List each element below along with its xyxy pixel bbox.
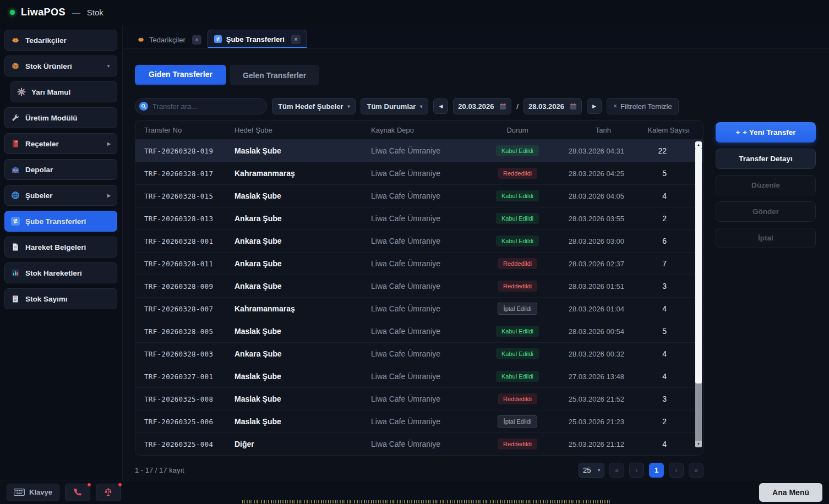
source-depot-cell: Liwa Cafe Ümraniye	[371, 146, 487, 155]
source-depot-cell: Liwa Cafe Ümraniye	[371, 349, 487, 358]
outgoing-transfers-tab[interactable]: Giden Transferler	[135, 65, 226, 85]
prev-page-button[interactable]: ‹	[629, 463, 644, 478]
status-select[interactable]: Tüm Durumlar ▾	[361, 98, 428, 114]
date-from-input[interactable]: 20.03.2026	[453, 98, 511, 114]
table-row[interactable]: TRF-20260328-015 Maslak Şube Liwa Cafe Ü…	[135, 185, 703, 207]
sidebar-item-receteler[interactable]: Reçeteler ▶	[4, 133, 117, 154]
edit-button[interactable]: Düzenle	[716, 175, 816, 195]
status-badge: İptal Edildi	[498, 415, 538, 428]
table-row[interactable]: TRF-20260325-004 Diğer Liwa Cafe Ümraniy…	[135, 433, 703, 455]
date-cell: 28.03.2026 04:25	[548, 169, 634, 178]
scroll-up-icon[interactable]: ▲	[695, 141, 702, 148]
status-cell: Kabul Edildi	[487, 190, 548, 201]
main-area: Tedarikçiler × Şube Transferleri × Giden…	[122, 25, 829, 480]
table-row[interactable]: TRF-20260328-011 Ankara Şube Liwa Cafe Ü…	[135, 253, 703, 275]
new-transfer-label: + Yeni Transfer	[743, 128, 795, 136]
search-box[interactable]	[135, 98, 267, 114]
status-cell: Reddedildi	[487, 439, 548, 450]
sidebar-item-stok-urunleri[interactable]: Stok Ürünleri ▼	[4, 56, 117, 76]
tab-label: Şube Transferleri	[226, 35, 285, 43]
document-icon	[11, 243, 20, 251]
table-row[interactable]: TRF-20260325-006 Maslak Şube Liwa Cafe Ü…	[135, 410, 703, 433]
table-row[interactable]: TRF-20260328-019 Maslak Şube Liwa Cafe Ü…	[135, 140, 703, 162]
status-cell: Kabul Edildi	[487, 371, 548, 382]
sidebar-item-label: Tedarikçiler	[25, 36, 105, 45]
sidebar-item-depolar[interactable]: Depolar	[4, 159, 117, 180]
transfers-table: Transfer NoHedef ŞubeKaynak DepoDurumTar…	[135, 120, 703, 456]
dest-branch-cell: Diğer	[234, 440, 371, 448]
dest-branch-select[interactable]: Tüm Hedef Şubeler ▾	[272, 98, 356, 114]
last-page-button[interactable]: »	[689, 463, 703, 478]
item-count-cell: 5	[634, 327, 703, 336]
close-tab-icon[interactable]: ×	[291, 35, 301, 44]
current-page-button[interactable]: 1	[649, 463, 664, 478]
item-count-cell: 7	[634, 259, 703, 268]
table-row[interactable]: TRF-20260328-009 Ankara Şube Liwa Cafe Ü…	[135, 275, 703, 298]
status-badge: Reddedildi	[498, 281, 537, 292]
notification-dot	[87, 483, 91, 487]
plus-icon: +	[735, 128, 740, 136]
table-row[interactable]: TRF-20260327-001 Maslak Şube Liwa Cafe Ü…	[135, 365, 703, 388]
date-cell: 28.03.2026 04:05	[548, 192, 634, 200]
scales-button[interactable]	[96, 484, 121, 501]
table-row[interactable]: TRF-20260328-013 Ankara Şube Liwa Cafe Ü…	[135, 207, 703, 230]
sidebar-item-subeler[interactable]: Şubeler ▶	[4, 185, 117, 206]
date-cell: 28.03.2026 03:00	[548, 237, 634, 245]
table-row[interactable]: TRF-20260328-007 Kahramanmaraş Liwa Cafe…	[135, 298, 703, 320]
sidebar-item-hareket-belgeleri[interactable]: Hareket Belgeleri	[4, 237, 117, 258]
pinwheel-icon	[17, 87, 26, 96]
tab-tedarikciler[interactable]: Tedarikçiler ×	[131, 31, 208, 48]
sidebar-item-sube-transferleri[interactable]: Şube Transferleri	[4, 211, 117, 232]
date-cell: 28.03.2026 01:51	[548, 282, 634, 291]
dest-branch-cell: Kahramanmaraş	[234, 304, 371, 313]
sidebar-item-stok-hareketleri[interactable]: Stok Hareketleri	[4, 262, 117, 283]
new-transfer-button[interactable]: + + Yeni Transfer	[716, 122, 816, 143]
sidebar-item-yari-mamul[interactable]: Yarı Mamul	[10, 81, 117, 102]
sidebar-item-stok-sayimi[interactable]: Stok Sayımı	[4, 288, 117, 309]
main-menu-button[interactable]: Ana Menü	[759, 483, 822, 502]
sidebar-item-uretim-modulu[interactable]: Üretim Modülü	[4, 107, 117, 128]
table-row[interactable]: TRF-20260325-008 Maslak Şube Liwa Cafe Ü…	[135, 388, 703, 410]
module-title: Stok	[87, 8, 103, 17]
date-next-button[interactable]: ▶	[587, 98, 602, 114]
table-scrollbar[interactable]: ▲ ▼	[695, 141, 702, 447]
cancel-button[interactable]: İptal	[716, 228, 816, 248]
date-to-input[interactable]: 28.03.2026	[523, 98, 582, 114]
scrollbar-thumb[interactable]	[695, 148, 702, 384]
status-cell: Reddedildi	[487, 393, 548, 404]
search-input[interactable]	[152, 102, 263, 111]
action-panel: + + Yeni Transfer Transfer Detayı Düzenl…	[716, 122, 816, 248]
transfer-direction-toggle: Giden Transferler Gelen Transferler	[135, 65, 829, 85]
send-button[interactable]: Gönder	[716, 201, 816, 222]
page-size-select[interactable]: 25 ▾	[579, 463, 604, 478]
clear-filters-button[interactable]: × Filtreleri Temizle	[607, 98, 679, 114]
status-cell: İptal Edildi	[487, 415, 548, 428]
table-row[interactable]: TRF-20260328-005 Maslak Şube Liwa Cafe Ü…	[135, 320, 703, 343]
date-cell: 28.03.2026 03:55	[548, 215, 634, 223]
item-count-cell: 4	[634, 372, 703, 381]
tab-bar: Tedarikçiler × Şube Transferleri ×	[123, 25, 829, 48]
sidebar-item-label: Üretim Modülü	[25, 114, 105, 122]
date-prev-button[interactable]: ◀	[433, 98, 448, 114]
sidebar-item-tedarikciler[interactable]: Tedarikçiler	[4, 30, 117, 51]
phone-button[interactable]	[65, 484, 90, 501]
next-page-button[interactable]: ›	[669, 463, 684, 478]
source-depot-cell: Liwa Cafe Ümraniye	[371, 304, 487, 313]
transfer-no-cell: TRF-20260328-015	[144, 192, 234, 200]
keyboard-button[interactable]: Klavye	[7, 484, 59, 501]
table-row[interactable]: TRF-20260328-017 Kahramanmaraş Liwa Cafe…	[135, 162, 703, 185]
close-tab-icon[interactable]: ×	[192, 35, 201, 45]
first-page-button[interactable]: «	[609, 463, 624, 478]
wrench-icon	[11, 113, 20, 122]
transfer-no-cell: TRF-20260328-009	[144, 282, 234, 291]
incoming-transfers-tab[interactable]: Gelen Transferler	[230, 65, 319, 85]
scroll-down-icon[interactable]: ▼	[695, 441, 702, 447]
source-depot-cell: Liwa Cafe Ümraniye	[371, 372, 487, 381]
table-row[interactable]: TRF-20260328-003 Ankara Şube Liwa Cafe Ü…	[135, 343, 703, 365]
table-row[interactable]: TRF-20260328-001 Ankara Şube Liwa Cafe Ü…	[135, 230, 703, 253]
transfer-detail-button[interactable]: Transfer Detayı	[716, 149, 816, 169]
sidebar: Tedarikçiler Stok Ürünleri ▼ Yarı Mamul …	[0, 25, 122, 480]
tab-sube-transferleri[interactable]: Şube Transferleri ×	[208, 30, 307, 48]
chevron-down-icon: ▾	[347, 104, 350, 109]
sidebar-item-label: Şubeler	[25, 191, 102, 200]
